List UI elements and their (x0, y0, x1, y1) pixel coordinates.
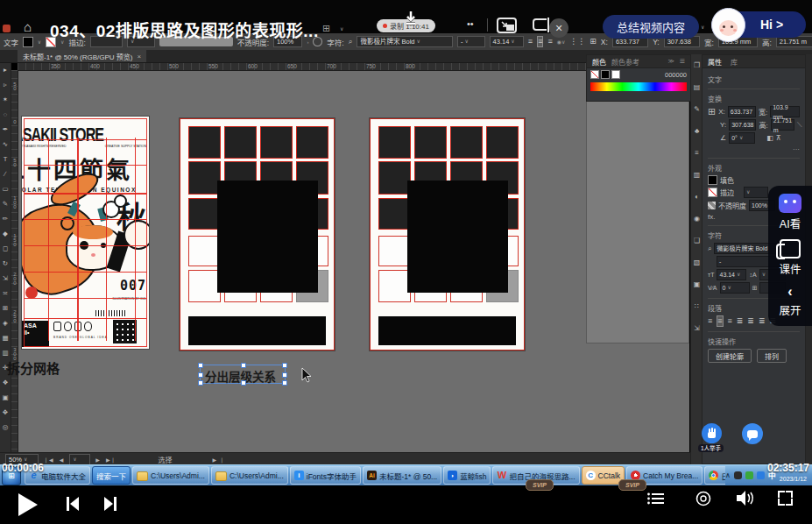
taskbar-item-fish[interactable]: ◗蓝鲸fish (443, 466, 491, 485)
type-tool[interactable]: T (0, 152, 11, 166)
create-outlines-button[interactable]: 创建轮廓 (708, 349, 752, 363)
color-spectrum[interactable] (590, 82, 687, 91)
status-play-icon[interactable]: ▶ ❘ (213, 457, 225, 463)
first-artboard-icon[interactable]: ❘◀ (44, 457, 54, 463)
tab-color-guide[interactable]: 颜色参考 (611, 57, 639, 67)
selection-handle[interactable] (198, 380, 203, 386)
panel-collapse-icon[interactable]: ≫ (667, 58, 674, 65)
prop-stroke-swatch[interactable] (708, 188, 717, 197)
tray-expand-icon[interactable]: ∧ (725, 471, 731, 479)
artboard-tool[interactable]: ▣ (0, 390, 11, 405)
blend-tool[interactable]: ❖ (0, 375, 11, 390)
artboard-3[interactable] (370, 118, 525, 351)
align-left-icon[interactable]: ≡ (528, 37, 533, 46)
free-transform-tool[interactable]: ⊞ (0, 301, 11, 315)
download-icon[interactable] (403, 10, 419, 27)
selection-handle[interactable] (241, 363, 246, 368)
prop-font-size[interactable]: 43.14∨ (717, 269, 746, 280)
transform-more-icon[interactable]: ··· (708, 145, 800, 153)
taskbar-item-folder[interactable]: C:\Users\Admi... (211, 466, 288, 485)
ai-watch-button[interactable]: AI看 (779, 194, 801, 231)
rotation-dropdown[interactable]: 0°∨ (729, 132, 755, 144)
para-justify-center-icon[interactable]: ≣ (747, 316, 754, 326)
zoom-tool[interactable]: ◎ (0, 420, 11, 435)
tab-properties[interactable]: 属性 (708, 57, 722, 67)
pen-tool[interactable]: ✒ (0, 122, 11, 137)
artboard-number-dropdown[interactable]: ∨ (69, 454, 90, 465)
tab-library[interactable]: 库 (731, 57, 738, 67)
lasso-tool[interactable]: ◌ (0, 107, 11, 122)
prop-fill-swatch[interactable] (708, 175, 717, 185)
fullscreen-icon[interactable] (778, 491, 793, 506)
white-swatch[interactable] (611, 70, 620, 79)
prop-y-field[interactable]: 307.638 (729, 119, 756, 131)
align-right-icon[interactable]: ≡ (547, 37, 552, 46)
link-dimensions-icon[interactable]: ⟍ (797, 121, 802, 130)
taskbar-item-chrome[interactable]: 日常的搜索结果... (704, 466, 725, 485)
assistant-avatar[interactable] (711, 8, 745, 42)
chevron-down-icon[interactable]: ∨ (701, 24, 704, 30)
prop-x-field[interactable]: 633.737 (728, 106, 756, 117)
selection-handle[interactable] (198, 372, 203, 378)
search-icon[interactable]: ⌕ (349, 37, 353, 46)
document-tab[interactable]: 未标题-1* @ 50% (RGB/GPU 预览) × (18, 50, 146, 62)
record-screen-icon[interactable] (695, 490, 712, 507)
rectangle-tool[interactable]: ▭ (0, 181, 11, 196)
tray-icon-blue[interactable] (757, 471, 765, 479)
direct-selection-tool[interactable]: ▹ (0, 77, 11, 92)
align-panel-icon[interactable]: ⋮⋮ (569, 37, 585, 46)
pip-icon[interactable] (496, 17, 519, 34)
flip-vertical-icon[interactable]: ⊼ (776, 134, 781, 142)
font-style-dropdown[interactable]: -∨ (457, 36, 484, 47)
para-align-left-icon[interactable]: ≡ (708, 316, 712, 326)
artboard-1[interactable]: ASAKII STORE ©KASAKII RIGHTS RESERVED CR… (22, 117, 149, 349)
tab-close-icon[interactable]: × (137, 53, 141, 60)
courseware-button[interactable]: 课件 (779, 239, 801, 277)
line-tool[interactable]: ∕ (0, 166, 11, 181)
paintbrush-tool[interactable]: ✎ (0, 196, 11, 211)
taskbar-item-ifonts[interactable]: iiFonts字体助手 (290, 466, 361, 485)
chevron-down-icon[interactable]: ∨ (38, 39, 41, 45)
reference-point-icon[interactable]: ⊞ (708, 106, 716, 117)
para-justify-left-icon[interactable]: ≣ (737, 316, 744, 326)
selection-handle[interactable] (282, 380, 287, 386)
arrange-button[interactable]: 排列 (757, 349, 787, 363)
prev-artboard-icon[interactable]: ◀ (60, 457, 65, 463)
prop-h-field[interactable]: 21.751 m (771, 119, 794, 131)
prop-stroke-weight[interactable]: ∨ (744, 187, 768, 198)
chevron-down-icon[interactable]: ∨ (340, 25, 343, 32)
chat-button[interactable] (742, 423, 763, 444)
para-justify-right-icon[interactable]: ≣ (759, 316, 766, 326)
para-align-right-icon[interactable]: ≡ (728, 316, 732, 326)
home-icon[interactable]: ⌂ (24, 19, 32, 34)
flip-horizontal-icon[interactable]: ◧ (766, 134, 773, 142)
close-button[interactable]: ✕ (549, 18, 568, 38)
paragraph-more-icon[interactable]: ◉∨ (557, 39, 566, 45)
summarize-video-button[interactable]: 总结视频内容 (603, 15, 699, 39)
fill-swatch[interactable] (23, 37, 33, 47)
scale-tool[interactable]: ⇲ (0, 271, 11, 286)
selection-handle[interactable] (282, 372, 287, 378)
eraser-tool[interactable]: ◻ (0, 241, 11, 256)
tab-color[interactable]: 颜色 (592, 57, 606, 67)
prop-tracking[interactable]: 0∨ (720, 282, 750, 294)
more-dots-icon[interactable]: •• (467, 18, 474, 29)
curvature-tool[interactable]: ∿ (0, 137, 11, 152)
hex-value[interactable]: 000000 (665, 71, 687, 79)
artboard-2[interactable] (180, 118, 335, 351)
width-tool[interactable]: ≍ (0, 286, 11, 301)
rotate-tool[interactable]: ↻ (0, 256, 11, 271)
grid-icon[interactable]: ⊞ (322, 23, 330, 34)
volume-icon[interactable] (737, 491, 756, 506)
previous-button[interactable] (67, 497, 79, 511)
next-artboard-icon[interactable]: ▶ (95, 457, 101, 463)
taskbar-item-search[interactable]: 搜索一下 (92, 466, 131, 485)
para-align-center-icon[interactable]: ≡ (717, 315, 723, 327)
tray-icon-green[interactable] (745, 471, 753, 479)
font-family-dropdown[interactable]: 微影极片牌宋 Bold∨ (357, 36, 453, 47)
font-size-field[interactable]: 43.14∨ (490, 36, 524, 47)
panel-menu-icon[interactable]: ☰ (680, 58, 685, 65)
raise-hand-button[interactable] (702, 423, 722, 443)
playlist-icon[interactable] (646, 492, 666, 506)
microphone-icon[interactable] (734, 471, 742, 479)
